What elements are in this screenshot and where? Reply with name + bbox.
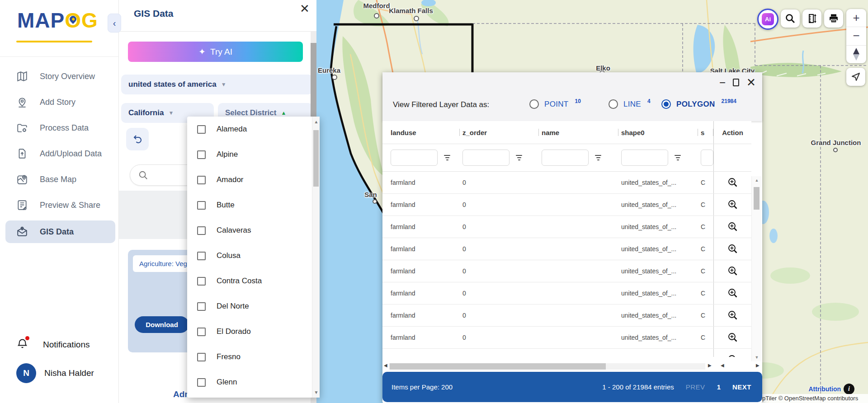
district-option[interactable]: Fresno [187, 344, 320, 370]
col-header-zorder[interactable]: z_order [460, 121, 539, 144]
locate-button[interactable] [846, 68, 865, 86]
scrollbar-thumb[interactable] [390, 363, 606, 370]
try-ai-button[interactable]: ✦ Try AI [128, 42, 303, 62]
sidebar-item-add-story[interactable]: Add Story [5, 91, 115, 113]
panel-close-icon[interactable]: ✕ [298, 2, 311, 15]
zoom-out-button[interactable]: − [846, 27, 866, 45]
zoom-to-feature-button[interactable] [713, 349, 751, 357]
prev-page-button[interactable]: PREV [686, 383, 705, 391]
scroll-left-arrow-2[interactable]: ◀ [721, 363, 724, 368]
zoom-to-feature-button[interactable] [713, 260, 751, 282]
user-profile[interactable]: N Nisha Halder [16, 361, 116, 385]
col-header-s[interactable]: s [698, 121, 713, 144]
scrollbar-thumb[interactable] [313, 130, 319, 187]
table-horizontal-scrollbar[interactable]: ◀ ▶ ◀ ▶ [382, 361, 762, 371]
scroll-down-arrow[interactable]: ▼ [752, 355, 762, 360]
scroll-up-arrow[interactable]: ▲ [752, 178, 762, 183]
zoom-in-button[interactable]: + [846, 9, 866, 27]
district-option[interactable]: Calaveras [187, 218, 320, 243]
zoom-to-feature-button[interactable] [713, 238, 751, 260]
filter-icon[interactable] [675, 155, 681, 160]
app-logo[interactable]: MAPOG [17, 8, 98, 33]
zoom-to-feature-button[interactable] [713, 327, 751, 348]
col-header-landuse[interactable]: landuse [382, 121, 460, 144]
district-option[interactable]: Colusa [187, 243, 320, 268]
undo-button[interactable] [126, 128, 149, 150]
download-button[interactable]: Download [135, 316, 189, 333]
checkbox[interactable] [197, 150, 206, 159]
sidebar-item-add-upload-data[interactable]: Add/Upload Data [5, 142, 115, 165]
sidebar-item-process-data[interactable]: Process Data [5, 117, 115, 139]
checkbox[interactable] [197, 201, 206, 210]
district-option[interactable]: El Dorado [187, 319, 320, 344]
country-dropdown[interactable]: united states of america▼ [121, 75, 313, 94]
table-vertical-scrollbar[interactable]: ▲ ▼ [751, 176, 761, 361]
radio-polygon[interactable]: POLYGON 21984 [661, 99, 736, 109]
filter-icon[interactable] [595, 155, 601, 160]
zoom-to-feature-button[interactable] [713, 282, 751, 304]
close-icon[interactable]: ✕ [746, 76, 756, 89]
sidebar-item-preview-share[interactable]: Preview & Share [5, 194, 115, 216]
district-option[interactable]: Alameda [187, 117, 320, 142]
map-search-button[interactable] [781, 9, 800, 28]
checkbox[interactable] [197, 176, 206, 184]
district-option[interactable]: Amador [187, 167, 320, 192]
radio-circle-selected [661, 99, 671, 109]
zoom-to-feature-button[interactable] [713, 305, 751, 326]
checkbox[interactable] [197, 302, 206, 311]
filter-input-landuse[interactable] [391, 150, 438, 166]
filter-input-zorder[interactable] [462, 150, 509, 166]
checkbox[interactable] [197, 252, 206, 260]
district-option[interactable]: Glenn [187, 370, 320, 395]
sidebar-collapse-button[interactable]: ‹ [108, 14, 121, 33]
maximize-icon[interactable] [733, 79, 739, 86]
zoom-to-feature-button[interactable] [713, 216, 751, 238]
table-row: farmland 0 united_states_of_... C [382, 282, 751, 305]
layer-chip[interactable]: Agriculture: Veg [133, 255, 193, 272]
checkbox[interactable] [197, 125, 206, 134]
col-header-name[interactable]: name [539, 121, 618, 144]
sidebar-item-base-map[interactable]: Base Map [5, 168, 115, 191]
filter-icon[interactable] [516, 155, 522, 160]
district-option[interactable]: Butte [187, 192, 320, 218]
map-ai-button[interactable]: Ai [757, 9, 778, 30]
checkbox[interactable] [197, 328, 206, 336]
map-measure-button[interactable] [802, 9, 821, 28]
checkbox[interactable] [197, 378, 206, 387]
panel-title: GIS Data [134, 8, 174, 19]
attribution-link[interactable]: Attribution [800, 385, 841, 393]
filter-input-shape0[interactable] [621, 150, 668, 166]
sidebar-item-gis-data[interactable]: GIS Data [5, 220, 115, 243]
info-icon[interactable]: i [844, 384, 854, 394]
cell-zorder: 0 [460, 334, 539, 341]
col-header-shape0[interactable]: shape0 [618, 121, 698, 144]
filter-icon[interactable] [444, 155, 450, 160]
scroll-down-arrow[interactable]: ▼ [312, 390, 320, 395]
checkbox[interactable] [197, 226, 206, 235]
scroll-up-arrow[interactable]: ▲ [312, 119, 320, 124]
district-option[interactable]: Alpine [187, 142, 320, 167]
cell-zorder: 0 [460, 245, 539, 253]
scroll-right-arrow-2[interactable]: ▶ [756, 363, 760, 368]
radio-line[interactable]: LINE 4 [609, 99, 651, 109]
scrollbar-thumb[interactable] [754, 187, 760, 210]
district-option[interactable]: Del Norte [187, 294, 320, 319]
filter-input-s[interactable] [701, 150, 713, 166]
district-option[interactable]: Contra Costa [187, 268, 320, 294]
pin-icon [16, 96, 28, 108]
filter-input-name[interactable] [542, 150, 589, 166]
scroll-right-arrow[interactable]: ▶ [708, 363, 712, 368]
map-print-button[interactable] [824, 9, 843, 28]
radio-point[interactable]: POINT 10 [529, 99, 581, 109]
notifications-item[interactable]: Notifications [16, 334, 116, 355]
zoom-to-feature-button[interactable] [713, 194, 751, 216]
dropdown-scrollbar[interactable]: ▲ ▼ [312, 117, 320, 398]
zoom-to-feature-button[interactable] [713, 172, 751, 193]
next-page-button[interactable]: NEXT [732, 383, 751, 391]
scroll-left-arrow[interactable]: ◀ [384, 363, 387, 368]
checkbox[interactable] [197, 353, 206, 361]
checkbox[interactable] [197, 277, 206, 286]
compass-button[interactable] [846, 45, 866, 63]
minimize-icon[interactable]: − [719, 78, 726, 87]
sidebar-item-story-overview[interactable]: Story Overview [5, 65, 115, 88]
